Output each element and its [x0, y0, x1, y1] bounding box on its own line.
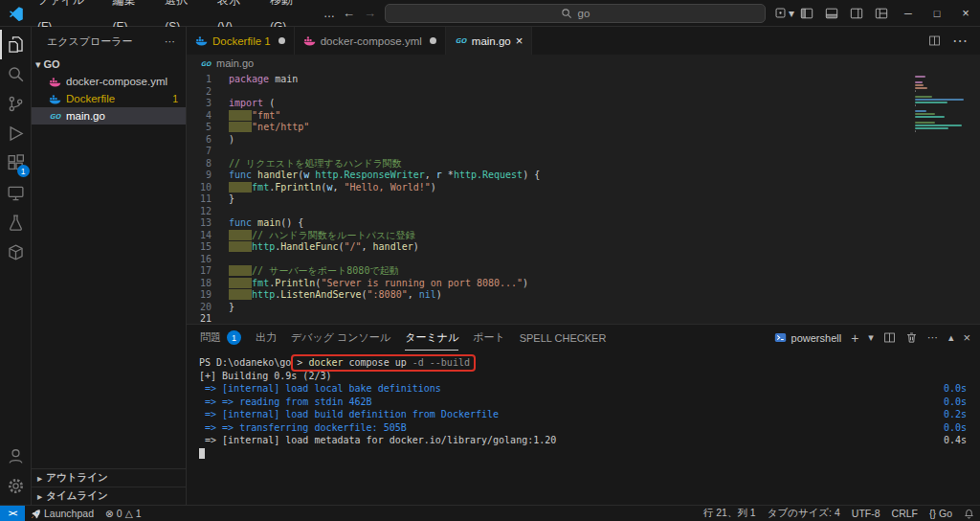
docker-compose-file-icon [303, 34, 316, 47]
new-terminal-icon[interactable] [851, 330, 858, 346]
close-panel-icon[interactable] [963, 330, 970, 345]
window-minimize-button[interactable] [894, 0, 923, 27]
line-number: 20 [187, 302, 221, 314]
code-line: import ( [229, 98, 980, 110]
docker-view-icon[interactable] [0, 238, 32, 267]
terminal-dropdown-icon[interactable] [868, 331, 874, 344]
eol-setting[interactable]: CRLF [886, 508, 924, 519]
search-view-icon[interactable] [0, 59, 32, 89]
panel-tab-label: デバッグ コンソール [291, 330, 390, 345]
window-maximize-button[interactable] [923, 0, 951, 27]
terminal-shell-selector[interactable]: powershell [774, 331, 842, 344]
extensions-icon[interactable]: 1 [0, 148, 32, 178]
tab-main-go[interactable]: GO main.go [446, 27, 533, 55]
line-number: 12 [187, 206, 221, 218]
panel-tab-output[interactable]: 出力 [256, 325, 277, 351]
remote-explorer-icon[interactable] [0, 178, 32, 208]
file-main-go[interactable]: GO main.go [32, 107, 186, 125]
outline-section[interactable]: アウトライン [32, 468, 186, 487]
panel-tab-ports[interactable]: ポート [473, 325, 505, 351]
terminal-output[interactable]: PS D:\odaneko\go> docker compose up -d -… [187, 351, 980, 505]
editor-tab-bar: Dockerfile 1 docker-compose.yml GO main.… [187, 27, 980, 55]
explorer-sidebar: エクスプローラー GO docker-compose.yml Dockerfil… [32, 27, 187, 505]
nav-forward-icon[interactable] [364, 6, 376, 20]
file-docker-compose[interactable]: docker-compose.yml [32, 73, 186, 90]
code-editor[interactable]: 123456789101112131415161718192021 packag… [187, 72, 980, 324]
cursor-position[interactable]: 行 21、列 1 [698, 507, 762, 520]
go-file-icon: GO [49, 110, 61, 123]
panel-actions: powershell [774, 330, 970, 346]
modified-dot [430, 37, 436, 44]
terminal-line [199, 447, 967, 461]
folder-root[interactable]: GO [32, 56, 186, 73]
testing-icon[interactable] [0, 208, 32, 238]
editor-group: Dockerfile 1 docker-compose.yml GO main.… [187, 27, 980, 505]
code-line [229, 313, 980, 324]
minimap-line [915, 84, 924, 86]
terminal-duration: 0.2s [944, 408, 967, 421]
line-number: 4 [187, 110, 221, 123]
tab-dockerfile[interactable]: Dockerfile 1 [187, 27, 295, 55]
panel-header: 問題 1 出力 デバッグ コンソール ターミナル ポート SPELL CHECK… [187, 325, 980, 351]
chevron-down-icon [35, 58, 41, 71]
line-number: 2 [187, 86, 221, 99]
encoding-setting[interactable]: UTF-8 [846, 508, 886, 519]
terminal-duration: 0.0s [944, 396, 967, 409]
run-debug-icon[interactable] [0, 119, 32, 148]
panel-tab-spell-checker[interactable]: SPELL CHECKER [520, 325, 607, 351]
tab-label: docker-compose.yml [321, 35, 422, 47]
source-control-icon[interactable] [0, 89, 32, 119]
timeline-section[interactable]: タイムライン [32, 487, 186, 505]
toggle-secondary-sidebar-icon[interactable] [844, 0, 869, 27]
warning-count: 1 [136, 508, 142, 519]
toggle-primary-sidebar-icon[interactable] [794, 0, 819, 27]
panel-tab-debug-console[interactable]: デバッグ コンソール [291, 325, 390, 351]
command-center-search[interactable]: go [385, 4, 766, 23]
panel-tab-terminal[interactable]: ターミナル [405, 325, 458, 351]
panel-tab-label: ポート [473, 330, 505, 345]
minimap-line [915, 110, 926, 112]
language-mode[interactable]: Go [924, 508, 958, 519]
code-lines[interactable]: package mainimport ( "fmt" "net/http")//… [221, 72, 980, 324]
problems-status[interactable]: 0 1 [100, 508, 147, 519]
extensions-badge: 1 [17, 165, 30, 177]
menu-overflow[interactable]: … [316, 0, 343, 27]
line-number: 15 [187, 241, 221, 254]
vscode-window: ファイル(F) 編集(E) 選択(S) 表示(V) 移動(G) … go [0, 0, 980, 521]
error-icon [105, 508, 114, 519]
rocket-icon [31, 509, 41, 519]
split-editor-icon[interactable] [928, 34, 941, 47]
kill-terminal-trash-icon[interactable] [905, 331, 918, 344]
notifications-bell-icon[interactable] [958, 509, 980, 519]
error-count: 0 [117, 508, 122, 519]
tab-docker-compose[interactable]: docker-compose.yml [295, 27, 446, 55]
breadcrumb[interactable]: GO main.go [187, 55, 980, 72]
minimap[interactable] [915, 76, 970, 136]
code-line: // ハンドラ関数をルートパスに登録 [229, 230, 980, 242]
activity-bar: 1 [0, 27, 32, 505]
toggle-panel-icon[interactable] [819, 0, 844, 27]
launchpad-button[interactable]: Launchpad [25, 508, 100, 519]
close-tab-icon[interactable] [516, 34, 523, 48]
file-dockerfile[interactable]: Dockerfile 1 [32, 90, 186, 107]
panel-tab-problems[interactable]: 問題 1 [200, 325, 241, 351]
sidebar-more-actions-icon[interactable] [165, 35, 176, 48]
settings-gear-icon[interactable] [0, 471, 32, 501]
powershell-icon [774, 331, 787, 344]
indentation-setting[interactable]: タブのサイズ: 4 [762, 507, 846, 520]
editor-more-actions-icon[interactable] [952, 32, 969, 50]
window-close-button[interactable] [951, 0, 980, 27]
minimap-line [915, 76, 925, 78]
explorer-icon[interactable] [0, 30, 32, 59]
split-terminal-icon[interactable] [883, 331, 896, 344]
remote-indicator[interactable]: >< [0, 506, 25, 521]
maximize-panel-icon[interactable] [948, 331, 954, 344]
panel-more-actions-icon[interactable] [927, 331, 939, 344]
line-number: 8 [187, 158, 221, 170]
breadcrumb-file[interactable]: main.go [216, 57, 254, 69]
customize-layout-icon[interactable] [869, 0, 894, 27]
account-icon[interactable] [0, 442, 32, 471]
nav-back-icon[interactable] [343, 6, 355, 20]
search-text: go [578, 8, 590, 19]
titlebar-dropdown-icon[interactable] [774, 7, 794, 20]
